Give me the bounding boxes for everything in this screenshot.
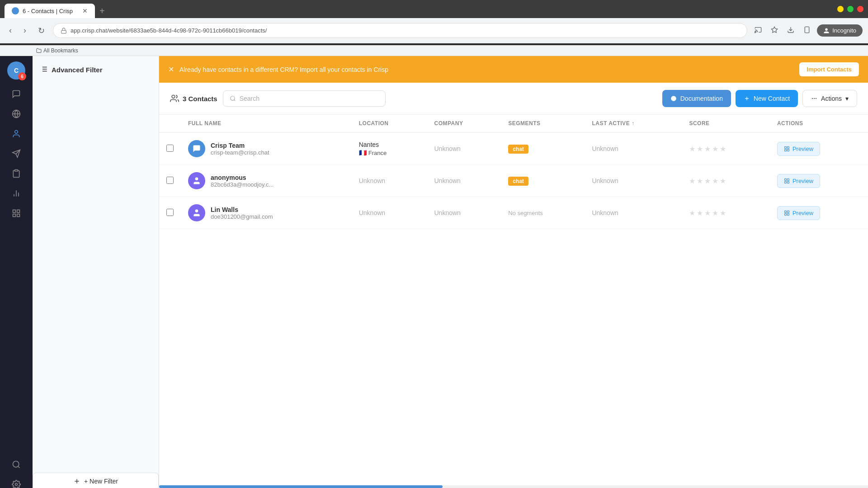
sidebar-item-analytics[interactable] [7,184,25,202]
close-button[interactable] [857,6,863,12]
folder-icon [36,48,42,53]
contact-avatar [188,204,205,221]
scrollbar-track[interactable] [159,485,868,488]
preview-button[interactable]: Preview [777,174,820,188]
active-tab[interactable]: 6 - Contacts | Crisp ✕ [5,4,95,18]
chevron-down-icon: ▾ [845,95,849,102]
new-contact-button[interactable]: New Contact [736,90,798,107]
star-icon: ★ [697,177,703,185]
star-icon: ★ [720,145,726,153]
star-icon: ★ [712,209,718,217]
last-active-unknown: Unknown [592,177,618,184]
minimize-button[interactable] [837,6,844,12]
back-button[interactable]: ‹ [5,24,15,37]
actions-label: Actions [821,95,842,102]
filter-panel: Advanced Filter + New Filter [33,56,159,488]
contact-avatar [188,172,205,189]
contact-info: Lin Walls doe301200@gmail.com [211,206,273,220]
svg-rect-55 [785,213,787,215]
download-icon[interactable] [784,23,797,38]
contact-name: Lin Walls [211,206,273,213]
documentation-button[interactable]: Documentation [662,90,731,107]
bookmark-icon[interactable] [768,23,781,38]
preview-icon [784,178,790,184]
bookmarks-label[interactable]: All Bookmarks [43,47,78,54]
company-cell: Unknown [427,132,501,165]
contact-info: Crisp Team crisp-team@crisp.chat [211,142,269,156]
address-bar[interactable]: app.crisp.chat/website/6833ae5b-844d-4c9… [53,23,747,38]
tab-close-button[interactable]: ✕ [82,7,88,14]
row-checkbox[interactable] [166,209,174,216]
svg-rect-18 [13,214,16,217]
company-unknown: Unknown [434,177,461,184]
header-actions: Documentation New Contact Actions ▾ [662,90,857,107]
search-input[interactable]: Search [223,90,386,107]
segment-badge: chat [508,177,528,186]
last-active-cell: Unknown [585,165,682,197]
sidebar-item-search[interactable] [7,455,25,474]
svg-marker-3 [772,27,778,33]
svg-line-33 [234,100,235,101]
star-icon: ★ [704,145,711,153]
avatar[interactable]: C 6 [7,61,25,80]
forward-button[interactable]: › [20,24,30,37]
notification-badge: 6 [18,72,26,80]
svg-rect-52 [785,211,787,212]
preview-button[interactable]: Preview [777,142,820,156]
new-tab-button[interactable]: + [96,4,108,18]
svg-point-31 [172,95,175,99]
last-active-unknown: Unknown [592,209,618,216]
country-name: France [368,150,387,156]
scrollbar-thumb[interactable] [159,485,443,488]
actions-cell: Preview [770,132,868,165]
actions-button[interactable]: Actions ▾ [802,90,857,107]
svg-rect-44 [787,149,789,151]
svg-rect-42 [785,146,787,148]
star-icon: ★ [704,209,711,217]
sidebar-item-contacts[interactable] [7,125,25,143]
row-checkbox[interactable] [166,177,174,184]
sidebar-item-settings[interactable] [7,475,25,488]
sidebar: C 6 [0,56,33,488]
svg-rect-43 [787,146,789,148]
url-text: app.crisp.chat/website/6833ae5b-844d-4c9… [71,27,267,34]
svg-rect-54 [787,213,789,215]
import-contacts-button[interactable]: Import Contacts [799,62,859,76]
main-content: ✕ Already have contacts in a different C… [159,56,868,488]
cast-icon[interactable] [752,23,764,38]
star-icon: ★ [720,209,726,217]
location-col-header: LOCATION [352,115,427,132]
maximize-button[interactable] [847,6,854,12]
svg-rect-17 [17,210,20,213]
location-cell-td: Unknown [352,197,427,229]
new-filter-button[interactable]: + New Filter [33,473,159,488]
banner-close-icon[interactable]: ✕ [168,65,174,74]
device-icon[interactable] [801,23,813,38]
select-all-col [159,115,181,132]
preview-button[interactable]: Preview [777,206,820,220]
import-banner: ✕ Already have contacts in a different C… [159,56,868,83]
svg-rect-1 [61,30,66,33]
row-checkbox[interactable] [166,145,174,152]
row-checkbox-cell[interactable] [159,197,181,229]
fullname-cell: anonymous 82bc6d3a@moodjoy.c... [181,165,352,197]
incognito-button[interactable]: Incognito [817,24,863,37]
sidebar-item-clipboard[interactable] [7,164,25,183]
row-checkbox-cell[interactable] [159,165,181,197]
sidebar-item-chat[interactable] [7,85,25,103]
incognito-icon [823,28,830,34]
reload-button[interactable]: ↻ [34,24,48,38]
row-checkbox-cell[interactable] [159,132,181,165]
svg-point-41 [812,98,812,99]
contacts-icon [170,94,179,103]
sidebar-item-globe[interactable] [7,105,25,123]
location-cell-td: Unknown [352,165,427,197]
sidebar-item-apps[interactable] [7,204,25,222]
city-name: Nantes [359,141,420,148]
star-icon: ★ [689,209,695,217]
contacts-count-text: 3 Contacts [183,95,217,103]
location-cell: Nantes 🇫🇷 France [359,141,420,156]
company-col-header: COMPANY [427,115,501,132]
sidebar-item-send[interactable] [7,145,25,163]
filter-lines-icon [40,65,48,75]
